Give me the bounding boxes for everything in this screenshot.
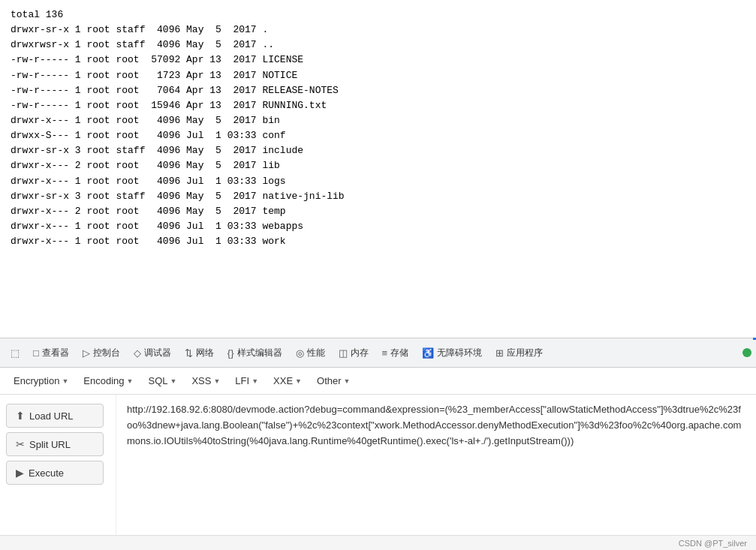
perf-label: 性能	[307, 347, 325, 359]
devtools-console-btn[interactable]: ▷ 控制台	[77, 344, 126, 362]
devtools-debugger-btn[interactable]: ◇ 调试器	[128, 344, 177, 362]
xss-label: XSS	[191, 375, 211, 386]
accessibility-label: 无障碍环境	[437, 347, 482, 359]
sql-dropdown[interactable]: SQL ▼	[142, 372, 182, 389]
execute-label: Execute	[29, 467, 64, 479]
blue-accent-line	[753, 338, 756, 340]
left-buttons: ⬆ Load URL ✂ Split URL ▶ Execute	[0, 395, 116, 550]
viewer-label: 查看器	[42, 347, 69, 359]
memory-label: 内存	[351, 347, 369, 359]
console-icon: ▷	[83, 347, 90, 359]
xss-dropdown[interactable]: XSS ▼	[185, 372, 226, 389]
viewer-icon: □	[33, 347, 39, 359]
url-display-area: http://192.168.92.6:8080/devmode.action?…	[116, 395, 756, 550]
devtools-memory-btn[interactable]: ◫ 内存	[333, 344, 375, 362]
debugger-icon: ◇	[134, 347, 141, 359]
xxe-label: XXE	[273, 375, 293, 386]
style-icon: {}	[227, 347, 234, 359]
load-url-label: Load URL	[29, 410, 74, 422]
toolbar-area: Encryption ▼ Encoding ▼ SQL ▼ XSS ▼ LFI …	[0, 368, 756, 395]
devtools-app-btn[interactable]: ⊞ 应用程序	[489, 344, 549, 362]
encryption-dropdown[interactable]: Encryption ▼	[8, 372, 74, 389]
encoding-chevron: ▼	[127, 377, 134, 385]
devtools-accessibility-btn[interactable]: ♿ 无障碍环境	[416, 344, 488, 362]
perf-icon: ◎	[296, 347, 304, 359]
debugger-label: 调试器	[144, 347, 171, 359]
execute-icon: ▶	[16, 467, 24, 479]
split-url-label: Split URL	[29, 439, 71, 450]
devtools-inspect-btn[interactable]: ⬚	[5, 344, 26, 362]
split-url-icon: ✂	[16, 438, 25, 450]
xss-chevron: ▼	[213, 377, 220, 385]
devtools-perf-btn[interactable]: ◎ 性能	[290, 344, 331, 362]
encoding-label: Encoding	[83, 375, 124, 386]
devtools-network-btn[interactable]: ⇅ 网络	[179, 344, 220, 362]
inspect-icon: ⬚	[11, 347, 20, 359]
encryption-chevron: ▼	[62, 377, 68, 385]
bottom-bar: CSDN @PT_silver	[0, 535, 756, 550]
devtools-storage-btn[interactable]: ≡ 存储	[376, 344, 415, 362]
sql-label: SQL	[148, 375, 167, 386]
load-url-button[interactable]: ⬆ Load URL	[6, 404, 104, 428]
other-dropdown[interactable]: Other ▼	[311, 372, 356, 389]
encoding-dropdown[interactable]: Encoding ▼	[77, 372, 139, 389]
xxe-chevron: ▼	[295, 377, 302, 385]
other-chevron: ▼	[344, 377, 351, 385]
execute-button[interactable]: ▶ Execute	[6, 461, 104, 485]
devtools-style-btn[interactable]: {} 样式编辑器	[221, 344, 288, 362]
split-url-button[interactable]: ✂ Split URL	[6, 432, 104, 456]
app-label: 应用程序	[507, 347, 543, 359]
network-icon: ⇅	[185, 347, 193, 359]
network-label: 网络	[196, 347, 214, 359]
lfi-label: LFI	[235, 375, 249, 386]
storage-label: 存储	[390, 347, 408, 359]
memory-icon: ◫	[339, 347, 348, 359]
terminal-output: total 136 drwxr-sr-x 1 root staff 4096 M…	[0, 0, 756, 338]
lfi-dropdown[interactable]: LFI ▼	[229, 372, 264, 389]
devtools-viewer-btn[interactable]: □ 查看器	[27, 344, 75, 362]
sql-chevron: ▼	[170, 377, 177, 385]
active-indicator	[742, 348, 751, 357]
style-label: 样式编辑器	[237, 347, 282, 359]
other-label: Other	[317, 375, 342, 386]
bottom-panel: ⬆ Load URL ✂ Split URL ▶ Execute http://…	[0, 395, 756, 550]
xxe-dropdown[interactable]: XXE ▼	[267, 372, 308, 389]
console-label: 控制台	[93, 347, 120, 359]
lfi-chevron: ▼	[251, 377, 258, 385]
encryption-label: Encryption	[14, 375, 59, 386]
bottom-bar-text: CSDN @PT_silver	[679, 539, 747, 548]
devtools-bar: ⬚ □ 查看器 ▷ 控制台 ◇ 调试器 ⇅ 网络 {} 样式编辑器 ◎ 性能 ◫…	[0, 338, 756, 368]
url-content: http://192.168.92.6:8080/devmode.action?…	[127, 404, 741, 446]
accessibility-icon: ♿	[422, 347, 434, 359]
app-icon: ⊞	[495, 347, 504, 359]
load-url-icon: ⬆	[16, 410, 25, 422]
storage-icon: ≡	[382, 347, 388, 359]
